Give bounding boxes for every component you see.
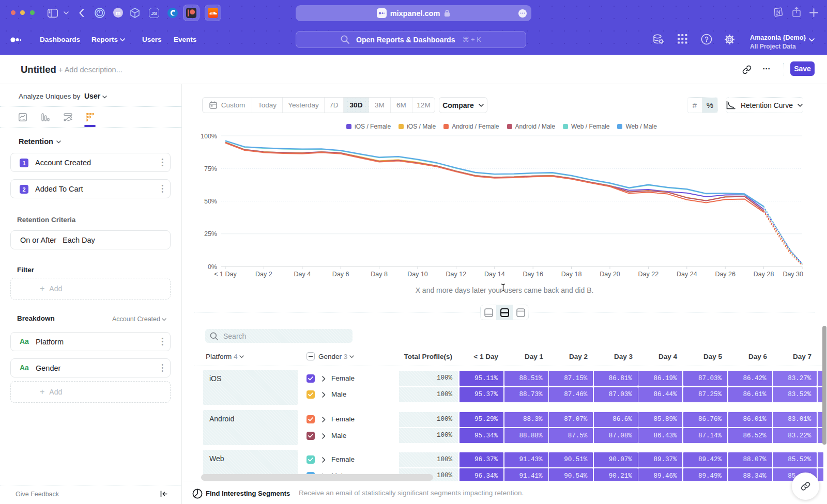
svg-text:75%: 75% (204, 165, 217, 172)
svg-text:50%: 50% (204, 198, 217, 205)
svg-text:< 1 Day: < 1 Day (214, 271, 237, 278)
svg-text:Day 22: Day 22 (638, 271, 659, 278)
svg-text:Day 8: Day 8 (371, 271, 388, 278)
svg-text:Day 30: Day 30 (783, 271, 803, 278)
svg-text:Day 12: Day 12 (446, 271, 467, 278)
svg-text:Day 2: Day 2 (255, 271, 272, 278)
svg-text:25%: 25% (204, 230, 217, 238)
svg-text:0%: 0% (208, 263, 217, 271)
svg-text:Day 14: Day 14 (484, 271, 505, 278)
svg-text:Day 24: Day 24 (677, 271, 697, 278)
svg-text:Day 6: Day 6 (332, 271, 349, 278)
svg-text:100%: 100% (201, 133, 217, 140)
svg-text:Day 10: Day 10 (407, 271, 428, 278)
svg-text:Day 18: Day 18 (561, 271, 582, 278)
svg-text:Day 20: Day 20 (600, 271, 620, 278)
svg-text:Day 16: Day 16 (523, 271, 543, 278)
svg-text:Day 4: Day 4 (294, 271, 311, 278)
svg-text:Day 28: Day 28 (754, 271, 774, 278)
svg-text:Day 26: Day 26 (715, 271, 736, 278)
